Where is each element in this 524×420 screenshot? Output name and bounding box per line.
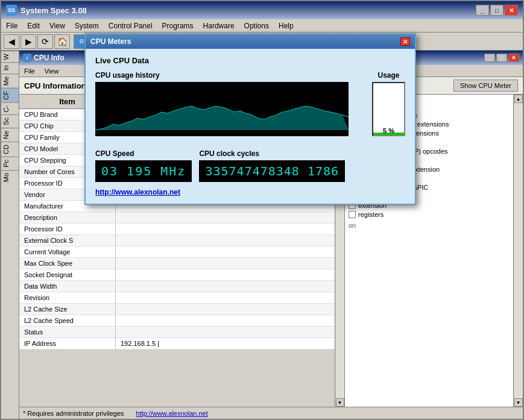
cell-item-9: Description <box>19 212 116 223</box>
feature-label-9: registers <box>358 211 384 218</box>
admin-note: * Requires administrator privileges <box>23 410 124 417</box>
cell-detail-10 <box>116 224 335 234</box>
feature-item-9: registers <box>349 211 510 218</box>
minimize-button[interactable]: _ <box>476 5 489 16</box>
menu-edit[interactable]: Edit <box>22 20 45 31</box>
cpu-cycles-value: 335747478348 1786 <box>205 164 339 178</box>
cell-item-17: L2 Cache Size <box>19 304 116 315</box>
usage-label: Usage <box>377 71 399 80</box>
sidebar-item-c[interactable]: C- <box>1 102 19 115</box>
feature-extra: on <box>349 222 510 229</box>
cell-item-13: Max Clock Spee <box>19 258 116 269</box>
menu-view[interactable]: View <box>45 20 70 31</box>
outer-window-title: System Spec 3.08 <box>21 6 87 15</box>
right-scroll-up[interactable]: ▲ <box>514 95 523 103</box>
cpu-meters-modal[interactable]: CPU Meters ✕ Live CPU Data CPU usage his… <box>84 33 416 205</box>
inner-close-btn[interactable]: ✕ <box>508 54 519 62</box>
cell-detail-14 <box>116 269 335 280</box>
cpu-speed-display: 03 195 MHz <box>95 160 192 182</box>
inner-menu-file[interactable]: File <box>19 67 40 75</box>
cell-item-12: Current Voltage <box>19 246 116 257</box>
right-scrollbar[interactable]: ▲ ▼ <box>513 95 523 407</box>
table-row: Socket Designat <box>19 269 335 281</box>
usage-bar-outer: 5 % <box>372 82 405 136</box>
toolbar-icon-4[interactable]: 🏠 <box>54 34 70 49</box>
sidebar-item-in[interactable]: In <box>1 62 19 73</box>
menu-file[interactable]: File <box>1 20 22 31</box>
menu-programs[interactable]: Programs <box>157 20 198 31</box>
cell-detail-16 <box>116 292 335 303</box>
cpu-cycles-section: CPU clock cycles 335747478348 1786 <box>199 149 345 182</box>
feature-checkbox-9[interactable] <box>349 211 356 218</box>
menu-help[interactable]: Help <box>274 20 298 31</box>
table-row: Revision <box>19 292 335 304</box>
modal-title-bar: CPU Meters ✕ <box>86 34 415 49</box>
menu-bar: File Edit View System Control Panel Prog… <box>1 19 523 33</box>
sidebar-item-w[interactable]: W <box>1 51 19 62</box>
maximize-button[interactable]: □ <box>490 5 503 16</box>
cell-item-10: Processor ID <box>19 224 116 234</box>
table-row: Processor ID <box>19 224 335 235</box>
title-bar-buttons: _ □ ✕ <box>476 5 518 16</box>
modal-content: Live CPU Data CPU usage history <box>86 49 415 204</box>
status-bar: * Requires administrator privileges http… <box>19 407 523 419</box>
inner-menu-view[interactable]: View <box>40 67 64 75</box>
sidebar-item-pc[interactable]: Pc <box>1 157 19 170</box>
cell-item-19: Status <box>19 327 116 337</box>
sidebar-item-cf[interactable]: CF <box>1 88 19 102</box>
right-scroll-track[interactable] <box>514 103 523 398</box>
history-chart-svg <box>95 82 349 136</box>
app-icon: SS <box>6 5 17 16</box>
right-scroll-down[interactable]: ▼ <box>514 398 523 407</box>
sidebar-item-sc[interactable]: Sc <box>1 114 19 128</box>
table-row: L2 Cache Size <box>19 304 335 315</box>
history-label: CPU usage history <box>95 71 366 80</box>
menu-control-panel[interactable]: Control Panel <box>104 20 157 31</box>
toolbar-icon-2[interactable]: ▶ <box>21 34 36 49</box>
toolbar-icon-3[interactable]: ⟳ <box>37 34 53 49</box>
modal-link[interactable]: http://www.alexnolan.net <box>95 188 405 196</box>
cell-detail-15 <box>116 281 335 292</box>
modal-close-button[interactable]: ✕ <box>400 37 410 46</box>
usage-bar-empty <box>373 83 404 133</box>
sidebar-item-mo[interactable]: Mo <box>1 170 19 184</box>
scroll-down-btn[interactable]: ▼ <box>336 398 344 407</box>
toolbar-icon-1[interactable]: ◀ <box>4 34 19 49</box>
modal-title: CPU Meters <box>90 37 131 46</box>
table-row: Current Voltage <box>19 246 335 258</box>
status-link[interactable]: http://www.alexnolan.net <box>136 410 208 417</box>
close-button[interactable]: ✕ <box>505 5 518 16</box>
menu-options[interactable]: Options <box>239 20 274 31</box>
cell-detail-18 <box>116 315 335 326</box>
cell-detail-11 <box>116 235 335 246</box>
cell-detail-17 <box>116 304 335 315</box>
inner-maximize-btn[interactable]: □ <box>496 54 507 62</box>
show-cpu-meter-button[interactable]: Show CPU Meter <box>453 80 518 92</box>
inner-minimize-btn[interactable]: _ <box>484 54 495 62</box>
cell-detail-12 <box>116 246 335 257</box>
cell-detail-19 <box>116 327 335 337</box>
cell-item-15: Data Width <box>19 281 116 292</box>
inner-window-title: CPU Info <box>34 54 65 62</box>
sidebar-item-ne[interactable]: Ne <box>1 128 19 142</box>
cell-item-16: Revision <box>19 292 116 303</box>
outer-title-bar: SS System Spec 3.08 _ □ ✕ <box>1 1 523 19</box>
cell-item-11: External Clock S <box>19 235 116 246</box>
menu-system[interactable]: System <box>70 20 104 31</box>
usage-container: Usage 5 % <box>372 71 405 136</box>
table-row: Max Clock Spee <box>19 258 335 269</box>
sidebar-item-cd[interactable]: CD <box>1 142 19 157</box>
table-row: Data Width <box>19 281 335 292</box>
table-row: Status <box>19 327 335 338</box>
cpu-speed-label: CPU Speed <box>95 149 192 158</box>
table-row: IP Address 192.168.1.5 | <box>19 338 335 349</box>
cell-item-14: Socket Designat <box>19 269 116 280</box>
modal-section-title: Live CPU Data <box>95 56 405 65</box>
left-sidebar: W In Me CF C- Sc Ne CD Pc Mo <box>1 51 19 419</box>
history-chart <box>95 82 349 136</box>
sidebar-item-me[interactable]: Me <box>1 74 19 88</box>
menu-hardware[interactable]: Hardware <box>198 20 239 31</box>
inner-title-buttons: _ □ ✕ <box>484 54 519 62</box>
cpu-info-title: CPU Information <box>24 81 86 90</box>
cpu-speed-value: 03 195 MHz <box>101 164 186 178</box>
